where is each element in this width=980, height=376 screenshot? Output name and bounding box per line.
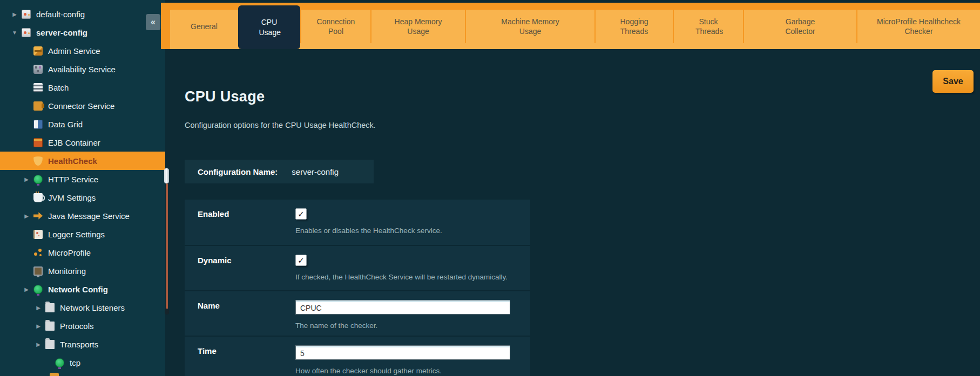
admin-service-icon bbox=[33, 46, 43, 56]
sidebar-item-label: HealthCheck bbox=[48, 156, 97, 166]
time-input[interactable] bbox=[295, 345, 510, 360]
field-help: If checked, the HealthCheck Service will… bbox=[295, 273, 530, 281]
sidebar-item-java-message-service[interactable]: ▶ Java Message Service bbox=[0, 207, 165, 225]
field-help: Enables or disables the HealthCheck serv… bbox=[295, 227, 530, 235]
globe-icon bbox=[55, 358, 64, 367]
page-title: CPU Usage bbox=[185, 88, 265, 105]
logger-icon bbox=[33, 230, 43, 239]
tab-label: General bbox=[187, 22, 221, 31]
field-label: Dynamic bbox=[198, 255, 295, 290]
expander-icon[interactable]: ▶ bbox=[31, 323, 45, 329]
connector-service-icon bbox=[33, 101, 43, 111]
sidebar-item-batch[interactable]: Batch bbox=[0, 78, 165, 97]
sidebar-item-label: JVM Settings bbox=[48, 193, 96, 202]
coffee-cup-icon bbox=[33, 193, 43, 202]
sidebar-item-protocols[interactable]: ▶ Protocols bbox=[0, 317, 165, 335]
sidebar-item-healthcheck[interactable]: HealthCheck bbox=[0, 152, 165, 170]
tab-microprofile-healthcheck-checker[interactable]: MicroProfile Healthcheck Checker bbox=[856, 10, 980, 43]
tab-label: Heap Memory Usage bbox=[390, 17, 447, 36]
sidebar-item-default-config[interactable]: ▶ default-config bbox=[0, 5, 165, 23]
folder-icon bbox=[45, 303, 55, 312]
folder-icon bbox=[45, 322, 55, 331]
sidebar-item-label: Batch bbox=[48, 83, 69, 92]
availability-service-icon bbox=[33, 65, 43, 74]
sidebar-item-server-config[interactable]: ▼ server-config bbox=[0, 23, 165, 42]
ejb-container-icon bbox=[33, 138, 43, 147]
sidebar-item-logger-settings[interactable]: Logger Settings bbox=[0, 225, 165, 243]
name-input[interactable] bbox=[295, 300, 510, 315]
sidebar-item-label: tcp bbox=[70, 358, 80, 367]
expander-icon[interactable]: ▶ bbox=[8, 11, 22, 17]
sidebar-item-tcp[interactable]: tcp bbox=[0, 353, 165, 372]
tab-list: General CPU Usage Connection Pool Heap M… bbox=[170, 10, 980, 43]
tab-hogging-threads[interactable]: Hogging Threads bbox=[594, 10, 673, 43]
expander-icon[interactable]: ▶ bbox=[19, 286, 33, 292]
batch-icon bbox=[33, 83, 43, 92]
config-icon bbox=[22, 10, 31, 19]
sidebar-item-network-listeners[interactable]: ▶ Network Listeners bbox=[0, 298, 165, 317]
folder-icon bbox=[45, 340, 55, 349]
sidebar-item-label: Network Config bbox=[48, 285, 108, 294]
dynamic-checkbox[interactable]: ✓ bbox=[295, 255, 307, 266]
tab-stuck-threads[interactable]: Stuck Threads bbox=[673, 10, 743, 43]
enabled-checkbox[interactable]: ✓ bbox=[295, 208, 307, 220]
checkmark-icon: ✓ bbox=[298, 256, 305, 264]
sidebar-item-label: Connector Service bbox=[48, 101, 114, 111]
expander-icon[interactable]: ▶ bbox=[19, 213, 33, 219]
sidebar-item-jvm-settings[interactable]: JVM Settings bbox=[0, 188, 165, 207]
field-label: Enabled bbox=[198, 208, 295, 245]
sidebar-item-label: Network Listeners bbox=[60, 303, 125, 312]
sidebar-scrollbar-end bbox=[165, 309, 169, 315]
sidebar-item-label: Transports bbox=[60, 340, 98, 349]
form-row-name: Name The name of the checker. bbox=[185, 290, 530, 336]
tab-cpu-usage[interactable]: CPU Usage bbox=[238, 5, 300, 49]
sidebar-item-label: Java Message Service bbox=[48, 211, 130, 221]
tab-heap-memory-usage[interactable]: Heap Memory Usage bbox=[370, 10, 465, 43]
sidebar-item-label: server-config bbox=[36, 28, 87, 37]
expander-icon[interactable]: ▼ bbox=[8, 30, 22, 36]
sidebar-item-http-service[interactable]: ▶ HTTP Service bbox=[0, 170, 165, 188]
sidebar-item-monitoring[interactable]: Monitoring bbox=[0, 262, 165, 280]
sidebar-collapse-button[interactable]: « bbox=[146, 14, 160, 30]
cutoff-item-icon bbox=[50, 373, 59, 376]
sidebar-item-ejb-container[interactable]: EJB Container bbox=[0, 133, 165, 152]
tab-label: Hogging Threads bbox=[617, 17, 652, 36]
healthcheck-form: Enabled ✓ Enables or disables the Health… bbox=[185, 200, 530, 376]
sidebar-item-label: Data Grid bbox=[48, 120, 83, 129]
page-subtitle: Configuration options for the CPU Usage … bbox=[185, 121, 376, 129]
sidebar-item-data-grid[interactable]: Data Grid bbox=[0, 115, 165, 133]
field-help: How often the checker should gather metr… bbox=[295, 367, 530, 375]
sidebar-item-label: Monitoring bbox=[48, 266, 86, 276]
sidebar-item-availability-service[interactable]: Availability Service bbox=[0, 60, 165, 78]
form-row-dynamic: Dynamic ✓ If checked, the HealthCheck Se… bbox=[185, 245, 530, 290]
tab-general[interactable]: General bbox=[170, 10, 238, 43]
sidebar-item-admin-service[interactable]: Admin Service bbox=[0, 42, 165, 60]
config-name-label: Configuration Name: bbox=[198, 167, 278, 176]
sidebar-item-label: Availability Service bbox=[48, 65, 116, 74]
sidebar-scrollbar-track[interactable] bbox=[166, 183, 168, 312]
config-name-value: server-config bbox=[292, 167, 339, 176]
sidebar-item-label: EJB Container bbox=[48, 138, 100, 147]
sidebar-item-transports[interactable]: ▶ Transports bbox=[0, 335, 165, 353]
sidebar-tree: ▶ default-config ▼ server-config Admin S… bbox=[0, 0, 165, 376]
expander-icon[interactable]: ▶ bbox=[31, 341, 45, 347]
sidebar-item-microprofile[interactable]: MicroProfile bbox=[0, 243, 165, 262]
save-button[interactable]: Save bbox=[932, 70, 974, 93]
tab-garbage-collector[interactable]: Garbage Collector bbox=[743, 10, 856, 43]
checkmark-icon: ✓ bbox=[298, 210, 305, 218]
config-name-panel: Configuration Name: server-config bbox=[185, 160, 374, 183]
sidebar-item-connector-service[interactable]: Connector Service bbox=[0, 97, 165, 115]
tab-label: CPU Usage bbox=[256, 17, 283, 37]
form-row-time: Time How often the checker should gather… bbox=[185, 336, 530, 376]
expander-icon[interactable]: ▶ bbox=[19, 176, 33, 182]
expander-icon[interactable]: ▶ bbox=[31, 305, 45, 311]
tab-label: Connection Pool bbox=[311, 17, 361, 36]
field-label: Time bbox=[198, 345, 295, 376]
data-grid-icon bbox=[33, 120, 43, 129]
sidebar-item-network-config[interactable]: ▶ Network Config bbox=[0, 280, 165, 298]
tab-machine-memory-usage[interactable]: Machine Memory Usage bbox=[465, 10, 594, 43]
tab-connection-pool[interactable]: Connection Pool bbox=[300, 10, 370, 43]
globe-icon bbox=[33, 285, 43, 294]
sidebar-item-label: HTTP Service bbox=[48, 175, 98, 184]
sidebar-scrollbar-thumb[interactable] bbox=[164, 168, 169, 183]
